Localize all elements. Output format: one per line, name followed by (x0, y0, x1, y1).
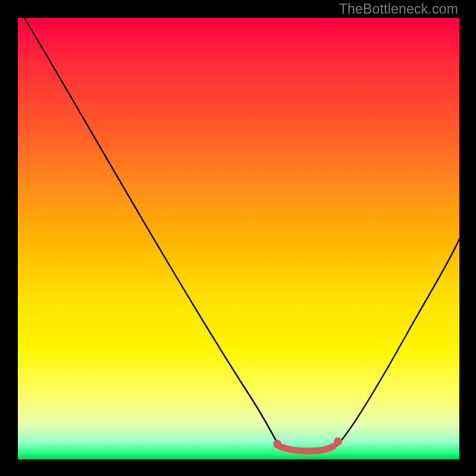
optimal-range-start-dot (273, 440, 281, 448)
optimal-range-end-dot (334, 437, 342, 446)
optimal-range-marker (277, 445, 333, 451)
bottleneck-curve-left (17, 6, 280, 446)
bottleneck-curve-right (336, 235, 461, 446)
plot-svg (18, 18, 459, 459)
watermark-text: TheBottleneck.com (339, 1, 458, 17)
chart-frame: TheBottleneck.com (0, 0, 476, 476)
